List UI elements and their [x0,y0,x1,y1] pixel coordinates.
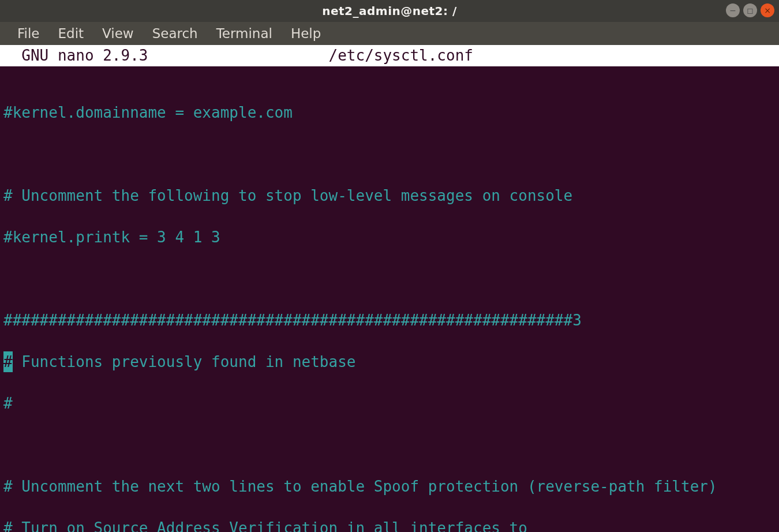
maximize-button[interactable]: ◻ [743,3,757,17]
menu-view[interactable]: View [93,23,143,44]
editor-line: # Turn on Source Address Verification in… [3,519,527,532]
editor-line: # Uncomment the next two lines to enable… [3,478,717,495]
editor-line: Functions previously found in netbase [13,353,356,370]
nano-header-gap [148,47,328,64]
minimize-button[interactable]: − [726,3,740,17]
editor-blank-line [3,434,779,455]
nano-app-label: GNU nano 2.9.3 [3,47,148,64]
editor-line: ########################################… [3,312,582,329]
menu-edit[interactable]: Edit [49,23,93,44]
menu-help[interactable]: Help [282,23,330,44]
close-button[interactable]: × [761,3,774,17]
nano-statusbar: GNU nano 2.9.3 /etc/sysctl.conf [0,45,779,66]
menu-terminal[interactable]: Terminal [207,23,282,44]
menu-search[interactable]: Search [143,23,207,44]
window-controls: − ◻ × [726,3,774,17]
menu-file[interactable]: File [8,23,49,44]
window-title: net2_admin@net2: / [322,4,457,18]
editor-blank-line [3,268,779,289]
editor-line: # [3,395,13,412]
editor-blank-line [3,144,779,164]
editor-cursor: # [3,351,13,372]
terminal-content[interactable]: #kernel.domainname = example.com # Uncom… [0,66,779,532]
editor-line: # Uncomment the following to stop low-le… [3,187,572,204]
editor-line: #kernel.printk = 3 4 1 3 [3,228,220,246]
window-titlebar: net2_admin@net2: / − ◻ × [0,0,779,22]
editor-line: #kernel.domainname = example.com [3,104,293,121]
menubar: File Edit View Search Terminal Help [0,22,779,45]
nano-file-path: /etc/sysctl.conf [329,47,473,64]
